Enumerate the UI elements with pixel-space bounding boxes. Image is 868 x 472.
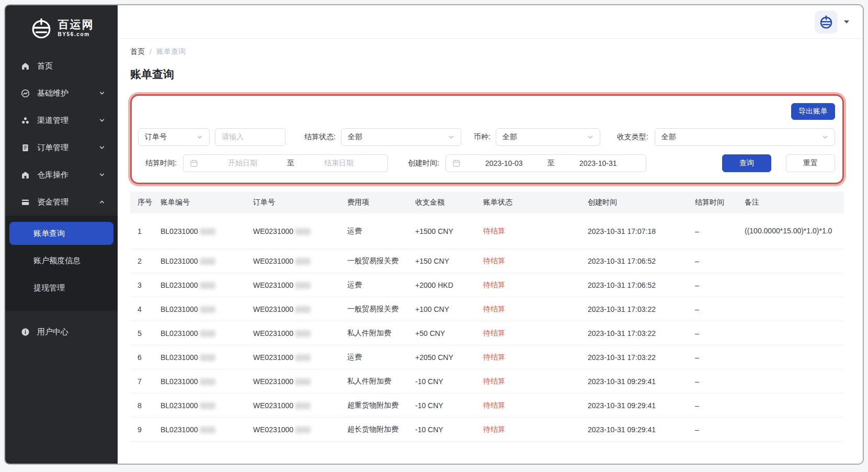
sidebar-item-label: 基础维护 bbox=[37, 88, 68, 98]
cell-settled-at: – bbox=[695, 353, 745, 362]
reset-button[interactable]: 重置 bbox=[786, 154, 835, 172]
cell-seq: 1 bbox=[130, 227, 161, 235]
cell-bill-no: BL0231000 bbox=[161, 401, 253, 410]
cell-bill-no: BL0231000 bbox=[161, 305, 253, 313]
settle-status-select[interactable]: 全部 bbox=[341, 128, 461, 146]
cell-settled-at: – bbox=[695, 329, 745, 338]
masked-id-suffix bbox=[295, 378, 311, 385]
column-header: 费用项 bbox=[347, 198, 415, 207]
masked-id-suffix bbox=[295, 330, 311, 337]
filter-row-2: 结算时间: 开始日期 至 结束日期 创建时间: 2023-10-03 至 202… bbox=[138, 154, 835, 172]
cell-status: 待结算 bbox=[483, 377, 588, 386]
submenu-item-bill-query[interactable]: 账单查询 bbox=[9, 222, 113, 245]
filter-panel: 导出账单 订单号 请输入 结算状态: 全部 币种: bbox=[130, 94, 844, 184]
settle-status-label: 结算状态: bbox=[304, 132, 336, 142]
cell-seq: 8 bbox=[130, 401, 161, 410]
cell-seq: 3 bbox=[130, 281, 161, 289]
sidebar-item-base[interactable]: 基础维护 bbox=[5, 80, 118, 107]
submenu-item-account-quota[interactable]: 账户额度信息 bbox=[9, 249, 113, 272]
column-header: 订单号 bbox=[253, 198, 347, 207]
export-bills-button[interactable]: 导出账单 bbox=[791, 103, 835, 120]
breadcrumb-home[interactable]: 首页 bbox=[130, 47, 145, 57]
cell-seq: 5 bbox=[130, 329, 161, 338]
cell-fee-item: 一般贸易报关费 bbox=[347, 256, 415, 266]
sidebar-item-funds[interactable]: 资金管理 bbox=[5, 188, 118, 216]
home-icon bbox=[21, 62, 30, 71]
cell-remark bbox=[745, 425, 844, 434]
cell-remark bbox=[745, 353, 844, 362]
cell-status: 待结算 bbox=[483, 305, 588, 314]
create-start-value: 2023-10-03 bbox=[463, 159, 545, 167]
settle-time-range[interactable]: 开始日期 至 结束日期 bbox=[183, 154, 388, 172]
chevron-up-icon bbox=[99, 199, 105, 205]
sidebar-item-home[interactable]: 首页 bbox=[5, 52, 118, 80]
brand-logo: 百运网 BY56.com bbox=[5, 5, 118, 52]
inout-type-select[interactable]: 全部 bbox=[655, 128, 835, 146]
cell-order-no: WE0231000 bbox=[253, 377, 347, 386]
chevron-down-icon bbox=[99, 90, 105, 96]
page-title: 账单查询 bbox=[130, 67, 844, 82]
cell-order-no: WE0231000 bbox=[253, 425, 347, 434]
sidebar-item-channel[interactable]: 渠道管理 bbox=[5, 107, 118, 134]
masked-id-suffix bbox=[200, 228, 215, 235]
cell-created-at: 2023-10-31 17:06:52 bbox=[588, 257, 695, 265]
cell-order-no: WE0231000 bbox=[253, 257, 347, 265]
cell-order-no: WE0231000 bbox=[253, 305, 347, 313]
cell-settled-at: – bbox=[695, 305, 745, 313]
masked-id-suffix bbox=[200, 258, 215, 265]
column-header: 序号 bbox=[130, 198, 161, 207]
info-icon bbox=[21, 328, 30, 336]
masked-id-suffix bbox=[200, 306, 215, 313]
cell-remark bbox=[745, 377, 844, 386]
table-header-row: 序号账单编号订单号费用项收支金额账单状态创建时间结算时间备注 bbox=[130, 192, 844, 213]
chevron-down-icon bbox=[99, 172, 105, 178]
cell-bill-no: BL0231000 bbox=[161, 227, 253, 235]
main-area: 首页 / 账单查询 账单查询 导出账单 订单号 请输入 bbox=[118, 5, 863, 464]
cell-remark bbox=[745, 329, 844, 338]
card-icon bbox=[21, 198, 30, 207]
cell-fee-item: 超长货物附加费 bbox=[347, 425, 415, 434]
settle-time-label: 结算时间: bbox=[145, 159, 177, 168]
cell-settled-at: – bbox=[695, 377, 745, 386]
user-avatar[interactable] bbox=[815, 10, 838, 33]
cell-amount: -10 CNY bbox=[415, 377, 483, 386]
cell-settled-at: – bbox=[695, 227, 745, 235]
sidebar-item-order[interactable]: 订单管理 bbox=[5, 134, 118, 161]
breadcrumb-current: 账单查询 bbox=[156, 47, 186, 57]
chevron-down-icon bbox=[822, 134, 828, 140]
submenu-item-withdraw[interactable]: 提现管理 bbox=[9, 276, 113, 299]
create-time-range[interactable]: 2023-10-03 至 2023-10-31 bbox=[446, 154, 646, 172]
cell-status: 待结算 bbox=[483, 227, 588, 236]
table-row: 2BL0231000WE0231000一般贸易报关费+150 CNY待结算202… bbox=[130, 249, 844, 273]
sidebar-item-user-center[interactable]: 用户中心 bbox=[5, 318, 118, 345]
settle-start-placeholder: 开始日期 bbox=[200, 159, 285, 168]
table-row: 7BL0231000WE0231000私人件附加费-10 CNY待结算2023-… bbox=[130, 369, 844, 394]
currency-select[interactable]: 全部 bbox=[496, 128, 600, 146]
cell-order-no: WE0231000 bbox=[253, 281, 347, 289]
calendar-icon bbox=[190, 159, 198, 167]
cell-amount: +150 CNY bbox=[415, 257, 483, 265]
cell-amount: +1500 CNY bbox=[415, 227, 483, 235]
user-menu-caret-icon[interactable] bbox=[844, 20, 849, 24]
keyword-input[interactable]: 请输入 bbox=[215, 128, 285, 146]
cell-status: 待结算 bbox=[483, 329, 588, 338]
keyword-type-select[interactable]: 订单号 bbox=[138, 128, 210, 146]
cell-settled-at: – bbox=[695, 281, 745, 289]
sidebar-item-label: 订单管理 bbox=[37, 143, 68, 153]
cell-bill-no: BL0231000 bbox=[161, 329, 253, 338]
query-button[interactable]: 查询 bbox=[722, 154, 771, 172]
sidebar-item-warehouse[interactable]: 仓库操作 bbox=[5, 161, 118, 188]
sidebar-item-label: 渠道管理 bbox=[37, 116, 68, 126]
page-content: 首页 / 账单查询 账单查询 导出账单 订单号 请输入 bbox=[118, 39, 863, 464]
brand-text: 百运网 BY56.com bbox=[58, 18, 94, 37]
cell-settled-at: – bbox=[695, 257, 745, 265]
cell-fee-item: 运费 bbox=[347, 227, 415, 236]
sidebar-item-label: 用户中心 bbox=[37, 327, 68, 337]
cell-status: 待结算 bbox=[483, 353, 588, 362]
table-row: 6BL0231000WE0231000运费+2050 CNY待结算2023-10… bbox=[130, 345, 844, 369]
cell-order-no: WE0231000 bbox=[253, 401, 347, 410]
column-header: 结算时间 bbox=[695, 198, 745, 207]
masked-id-suffix bbox=[295, 402, 311, 409]
settle-status-value: 全部 bbox=[348, 132, 362, 142]
create-time-label: 创建时间: bbox=[408, 159, 439, 168]
